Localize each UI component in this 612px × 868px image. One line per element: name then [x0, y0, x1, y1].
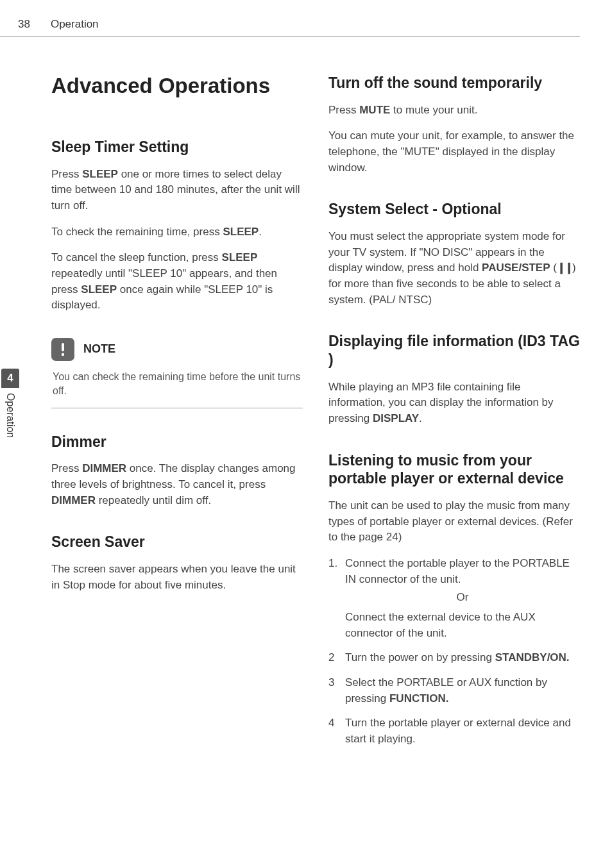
- text: .: [419, 412, 422, 424]
- list-item: 3 Select the PORTABLE or AUX function by…: [328, 675, 580, 706]
- text: Press: [328, 104, 359, 116]
- content-area: Advanced Operations Sleep Timer Setting …: [0, 37, 612, 772]
- text: Connect the external device to the AUX c…: [345, 611, 536, 639]
- body-text: Press SLEEP one or more times to select …: [51, 167, 303, 214]
- heading-dimmer: Dimmer: [51, 433, 303, 451]
- section-portable: Listening to music from your portable pl…: [328, 451, 580, 747]
- section-id3: Displaying file information (ID3 TAG ) W…: [328, 332, 580, 426]
- pause-icon: ❙❙: [557, 262, 572, 274]
- bold-term: PAUSE/STEP: [482, 262, 550, 274]
- heading-portable: Listening to music from your portable pl…: [328, 451, 580, 488]
- right-column: Turn off the sound temporarily Press MUT…: [328, 74, 580, 772]
- steps-list: 1. Connect the portable player to the PO…: [328, 556, 580, 747]
- bold-term: DIMMER: [82, 462, 126, 474]
- page-header: 38 Operation: [0, 0, 580, 37]
- bold-term: SLEEP: [223, 226, 259, 238]
- text: Turn the power on by pressing: [345, 651, 495, 664]
- heading-mute: Turn off the sound temporarily: [328, 74, 580, 92]
- side-tab: 4 Operation: [0, 369, 21, 438]
- note-header: NOTE: [51, 338, 303, 361]
- text: Press: [51, 462, 82, 474]
- bold-term: MUTE: [359, 104, 390, 116]
- bold-term: DIMMER: [51, 494, 96, 506]
- text: to mute your unit.: [390, 104, 477, 116]
- exclamation-icon: [51, 338, 74, 361]
- list-item: 4 Turn the portable player or external d…: [328, 715, 580, 747]
- note-text: You can check the remaining time before …: [51, 367, 303, 408]
- note-label: NOTE: [83, 342, 115, 356]
- text: Turn the portable player or external dev…: [345, 717, 571, 745]
- or-separator: Or: [345, 590, 580, 606]
- side-tab-label: Operation: [4, 388, 16, 438]
- svg-point-1: [62, 353, 64, 356]
- heading-id3: Displaying file information (ID3 TAG ): [328, 332, 580, 369]
- body-text: You must select the appropriate system m…: [328, 229, 580, 308]
- text: Connect the portable player to the PORTA…: [345, 557, 570, 585]
- section-system-select: System Select - Optional You must select…: [328, 200, 580, 308]
- text: Press: [51, 168, 82, 180]
- note-box: NOTE You can check the remaining time be…: [51, 338, 303, 408]
- heading-sleep-timer: Sleep Timer Setting: [51, 138, 303, 156]
- step-number: 4: [328, 715, 334, 731]
- section-dimmer: Dimmer Press DIMMER once. The display ch…: [51, 433, 303, 509]
- step-number: 1.: [328, 556, 337, 572]
- bold-term: DISPLAY: [373, 412, 419, 424]
- body-text: The unit can be used to play the music f…: [328, 498, 580, 546]
- left-column: Advanced Operations Sleep Timer Setting …: [51, 74, 303, 772]
- bold-term: SLEEP: [222, 251, 258, 263]
- main-title: Advanced Operations: [51, 74, 303, 98]
- text: repeatedly until dim off.: [96, 494, 211, 506]
- text: (: [550, 262, 557, 274]
- body-text: Press MUTE to mute your unit.: [328, 103, 580, 119]
- body-text: Press DIMMER once. The display changes a…: [51, 461, 303, 508]
- body-text: To cancel the sleep function, press SLEE…: [51, 250, 303, 313]
- bold-term: SLEEP: [82, 168, 118, 180]
- text: .: [259, 226, 262, 238]
- section-mute: Turn off the sound temporarily Press MUT…: [328, 74, 580, 176]
- list-item: 2 Turn the power on by pressing STANDBY/…: [328, 650, 580, 666]
- step-number: 3: [328, 675, 334, 691]
- text: To check the remaining time, press: [51, 226, 223, 238]
- side-tab-number: 4: [1, 369, 19, 388]
- page-number: 38: [18, 18, 30, 31]
- heading-system-select: System Select - Optional: [328, 200, 580, 219]
- heading-screen-saver: Screen Saver: [51, 533, 303, 551]
- bold-term: STANDBY/ON.: [495, 651, 570, 664]
- section-screen-saver: Screen Saver The screen saver appears wh…: [51, 533, 303, 593]
- text: To cancel the sleep function, press: [51, 251, 222, 263]
- svg-rect-0: [62, 343, 64, 351]
- list-item: 1. Connect the portable player to the PO…: [328, 556, 580, 641]
- bold-term: SLEEP: [81, 283, 117, 296]
- body-text: To check the remaining time, press SLEEP…: [51, 224, 303, 240]
- body-text: The screen saver appears when you leave …: [51, 562, 303, 593]
- header-section-title: Operation: [51, 18, 99, 31]
- step-number: 2: [328, 650, 334, 666]
- section-sleep-timer: Sleep Timer Setting Press SLEEP one or m…: [51, 138, 303, 313]
- text: While playing an MP3 file containing fil…: [328, 381, 554, 424]
- bold-term: FUNCTION.: [389, 692, 449, 705]
- body-text: You can mute your unit, for example, to …: [328, 128, 580, 176]
- body-text: While playing an MP3 file containing fil…: [328, 380, 580, 427]
